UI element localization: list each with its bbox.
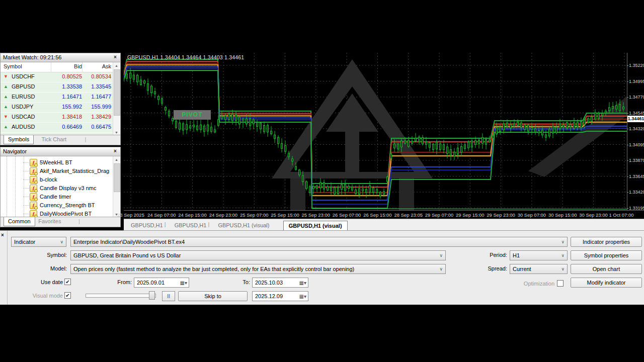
model-select[interactable]: Open prices only (fastest method to anal…: [70, 264, 446, 274]
navigator-tab-favorites[interactable]: Favorites: [34, 217, 65, 226]
candlestick-series: [126, 68, 624, 199]
navigator-item-5weekhl-bt[interactable]: f5WeekHL BT: [1, 158, 120, 167]
navigator-tab-common[interactable]: Common: [4, 217, 35, 226]
spread-select[interactable]: Current∨: [510, 264, 568, 274]
price-tick-label: 1.35220: [629, 63, 644, 68]
symbol-properties-button[interactable]: Symbol properties: [571, 250, 642, 260]
visual-speed-slider[interactable]: [86, 294, 156, 298]
navigator-titlebar[interactable]: Navigator ×: [1, 147, 120, 156]
chart-tab-4[interactable]: GBPUSD,H1 (visual): [283, 221, 348, 231]
navigator-item-b-clock[interactable]: fb-clock: [1, 175, 120, 184]
navigator-item-candle-timer[interactable]: fCandle timer: [1, 193, 120, 201]
time-axis[interactable]: 23 Sep 202524 Sep 07:0024 Sep 15:0024 Se…: [124, 210, 644, 219]
navigator-tabs: CommonFavorites|: [1, 217, 120, 227]
model-value: Open prices only (fastest method to anal…: [73, 266, 354, 272]
price-tick-label: 1.34320: [629, 126, 644, 131]
time-tick-label: 1 Oct 07:00: [609, 212, 633, 218]
indicator-properties-button[interactable]: Indicator properties: [571, 237, 642, 247]
column-symbol: Symbol: [4, 63, 22, 69]
time-tick-label: 23 Sep 2025: [117, 212, 144, 218]
use-date-checkbox[interactable]: ✔: [64, 279, 71, 285]
down-arrow-icon: ▼: [4, 74, 8, 79]
market-watch-row[interactable]: ▲USDJPY155.992155.999: [1, 103, 120, 113]
calendar-icon[interactable]: ▦▾: [180, 279, 187, 288]
navigator-item-akif-market-statistics-drag[interactable]: fAkif_Market_Statistics_Drag: [1, 167, 120, 175]
price-tick: [627, 129, 628, 129]
scroll-thumb[interactable]: [114, 163, 120, 192]
calendar-icon[interactable]: ▦▾: [299, 292, 306, 301]
modify-indicator-button[interactable]: Modify indicator: [571, 278, 642, 288]
ask-value: 0.80534: [83, 73, 111, 79]
time-tick-label: 25 Sep 15:00: [271, 212, 299, 218]
from-date-field[interactable]: 2025.09.01▦▾: [134, 278, 189, 288]
market-watch-scrollbar[interactable]: ▲ ▼: [113, 62, 120, 136]
symbol-value: GBPUSD, Great Britain Pound vs US Dollar: [73, 252, 181, 258]
time-tick-label: 25 Sep 23:00: [302, 212, 331, 218]
skip-date-value: 2025.12.09: [255, 293, 283, 299]
market-watch-header[interactable]: Symbol Bid Ask: [1, 62, 120, 72]
market-watch-title: Market Watch: 09:21:56: [3, 54, 61, 60]
chart-tab-1[interactable]: GBPUSD,H1: [126, 221, 168, 230]
time-tick-label: 24 Sep 07:00: [147, 212, 176, 218]
period-select[interactable]: H1∨: [510, 250, 568, 260]
time-tick-label: 25 Sep 07:00: [240, 212, 269, 218]
chart-tab-2[interactable]: GBPUSD,H1: [170, 221, 212, 230]
from-date-value: 2025.09.01: [137, 280, 165, 286]
period-value: H1: [513, 252, 520, 258]
skip-to-button[interactable]: Skip to: [178, 291, 248, 301]
calendar-icon[interactable]: ▦▾: [299, 279, 306, 288]
navigator-scrollbar[interactable]: ▲ ▼: [113, 156, 120, 218]
market-watch-row[interactable]: ▲AUDUSD0.664690.66475: [1, 123, 120, 133]
tester-mode-select[interactable]: Indicator∨: [11, 237, 66, 247]
market-watch-tab-tick-chart[interactable]: Tick Chart: [37, 135, 70, 144]
navigator-item-label: Candle timer: [40, 194, 71, 200]
to-label: To:: [221, 279, 250, 285]
symbol-name: USDCHF: [12, 73, 35, 79]
tab-separator: |: [80, 135, 90, 144]
open-chart-button[interactable]: Open chart: [571, 264, 642, 274]
close-icon[interactable]: ×: [1, 232, 4, 238]
scroll-up-icon[interactable]: ▲: [113, 156, 120, 163]
time-tick-label: 24 Sep 15:00: [178, 212, 207, 218]
market-watch-titlebar[interactable]: Market Watch: 09:21:56 ×: [1, 53, 120, 62]
current-price-badge: 1.34461: [627, 116, 644, 122]
scroll-up-icon[interactable]: ▲: [113, 62, 120, 69]
skip-date-field[interactable]: 2025.12.09▦▾: [252, 291, 308, 301]
price-axis[interactable]: 1.352201.349951.347701.345451.343201.340…: [627, 53, 644, 210]
price-tick: [627, 192, 628, 193]
market-watch-row[interactable]: ▲EURUSD1.164711.16477: [1, 93, 120, 103]
price-tick-label: 1.33645: [629, 174, 644, 179]
symbol-label: Symbol:: [20, 252, 67, 258]
chart-canvas[interactable]: [124, 53, 627, 210]
market-watch-tabs: SymbolsTick Chart|: [1, 135, 120, 145]
scroll-thumb[interactable]: [114, 69, 120, 116]
close-icon[interactable]: ×: [112, 54, 119, 61]
indicator-path-select[interactable]: Enterprise Indicator\DailyWoodiePivot BT…: [70, 237, 568, 247]
price-tick: [627, 81, 628, 82]
market-watch-tab-symbols[interactable]: Symbols: [4, 135, 34, 144]
pivot-level-label: PIVOT: [174, 110, 211, 120]
indicator-fx-icon: f: [30, 159, 37, 166]
strategy-tester-panel: × YOFOREX Indicator∨ Enterprise Indicato…: [0, 230, 644, 305]
navigator-item-candle-display-v3-nmc[interactable]: fCandle Display v3 nmc: [1, 184, 120, 193]
to-date-field[interactable]: 2025.10.03▦▾: [252, 278, 308, 288]
symbol-select[interactable]: GBPUSD, Great Britain Pound vs US Dollar…: [70, 250, 446, 260]
navigator-item-currency-strength-bt[interactable]: fCurrency_Strength BT: [1, 201, 120, 210]
close-icon[interactable]: ×: [112, 148, 119, 155]
market-watch-row[interactable]: ▼USDCAD1.384181.38429: [1, 113, 120, 123]
chart-area[interactable]: GBPUSD,H1 1.34404 1.34464 1.34403 1.3446…: [124, 53, 644, 219]
pause-button[interactable]: II: [162, 291, 175, 301]
market-watch-row[interactable]: ▲GBPUSD1.335381.33545: [1, 82, 120, 93]
symbol-name: AUDUSD: [12, 124, 35, 130]
spread-value: Current: [513, 266, 531, 272]
optimization-checkbox[interactable]: [557, 280, 564, 287]
slider-handle[interactable]: [149, 291, 155, 300]
market-watch-row[interactable]: ▼USDCHF0.805250.80534: [1, 72, 120, 82]
tab-separator: |: [165, 221, 166, 227]
navigator-item-label: b-clock: [40, 176, 57, 183]
up-arrow-icon: ▲: [4, 84, 8, 89]
visual-mode-checkbox[interactable]: ✔: [64, 292, 71, 299]
indicator-fx-icon: f: [30, 193, 37, 201]
price-tick-label: 1.33870: [629, 158, 644, 163]
chart-tab-3[interactable]: GBPUSD,H1 (visual): [213, 221, 274, 230]
